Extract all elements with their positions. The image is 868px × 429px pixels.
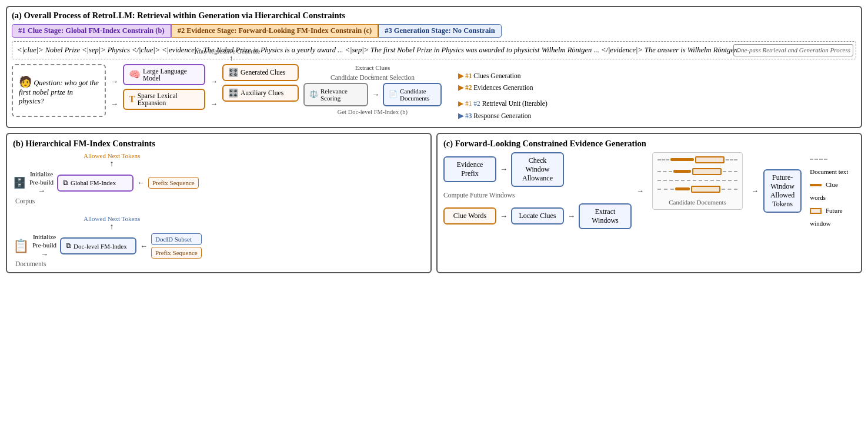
scoring-icon: ⚖️ bbox=[309, 90, 318, 99]
global-fm-group: Allowed Next Tokens ↑ 🗄️ Initialize Pre-… bbox=[13, 152, 199, 205]
main-diagram: ↑ Auto-regressive Generate 🧑 Question: w… bbox=[12, 64, 856, 122]
stage-evidence: #2 Evidence Stage: Forward-Looking FM-In… bbox=[171, 24, 379, 38]
cand-doc-area: Extract Clues → Candidate Document Selec… bbox=[303, 64, 442, 115]
T-icon: T bbox=[129, 94, 135, 105]
doc-fm-box: ⧉ Doc-level FM-Index bbox=[60, 237, 136, 254]
candidate-docs-label: Candidate Documents bbox=[400, 88, 436, 102]
arrow-to-cand: → bbox=[372, 90, 379, 99]
candidate-docs-box: 📄 Candidate Documents bbox=[383, 83, 442, 106]
allowed-next-tokens-label-global: Allowed Next Tokens bbox=[84, 152, 140, 159]
arrow-to-sparse: → bbox=[111, 99, 118, 109]
prefix-sequence-box-global: Prefix Sequence bbox=[148, 177, 199, 189]
main-container: (a) Overall Process of RetroLLM: Retriev… bbox=[6, 6, 862, 273]
orange-bar-2 bbox=[673, 170, 691, 173]
fl-left-col: Evidence Prefix → Check Window Allowance… bbox=[443, 152, 632, 229]
copy-icon-doc: ⧉ bbox=[66, 242, 71, 250]
stage-clue: #1 Clue Stage: Global FM-Index Constrain… bbox=[12, 24, 171, 38]
arrow-lc-ew: → bbox=[567, 212, 575, 221]
clue-words-label: Clue Words bbox=[453, 212, 486, 220]
doc-fm-group: Allowed Next Tokens ↑ 📋 Initialize Pre-b… bbox=[13, 215, 202, 267]
check-window-label: Check Window Allowance bbox=[522, 156, 553, 182]
init-prebuild-label: Initialize Pre-build → bbox=[29, 170, 54, 196]
extract-windows-label: Extract Windows bbox=[592, 207, 619, 224]
doc-line-2 bbox=[657, 168, 737, 175]
legend-dashed-icon bbox=[810, 159, 827, 160]
extract-windows-box: Extract Windows bbox=[579, 203, 632, 229]
up-arrow-doc: ↑ bbox=[110, 222, 114, 232]
orange-bar-1 bbox=[670, 158, 694, 161]
up-arrow-global: ↑ bbox=[110, 159, 114, 169]
fl-top-row: Evidence Prefix → Check Window Allowance bbox=[443, 152, 632, 187]
bottom-right-title: (c) Forward-Looking Constrained Evidence… bbox=[443, 139, 855, 149]
clues-column: 🎛️ Generated Clues 🎛️ Auxiliary Clues bbox=[222, 64, 299, 102]
brain-icon: 🧠 bbox=[129, 69, 141, 80]
doc-icon: 📄 bbox=[389, 90, 398, 99]
legend-doc-text: Document text bbox=[810, 152, 855, 178]
orange-box-4 bbox=[691, 186, 720, 193]
step3: ▶ #1 #2 Retrieval Unit (Iterable) bbox=[458, 98, 547, 110]
sliders-icon: 🎛️ bbox=[228, 68, 238, 78]
step2: ▶ #2 Evidences Generation bbox=[458, 82, 547, 94]
documents-label: Documents bbox=[15, 260, 46, 267]
allowed-next-tokens-label-doc: Allowed Next Tokens bbox=[84, 215, 140, 222]
top-section: (a) Overall Process of RetroLLM: Retriev… bbox=[6, 6, 862, 128]
relevance-scoring-box: ⚖️ Relevance Scoring bbox=[303, 83, 368, 106]
doc-line-4 bbox=[657, 186, 737, 193]
global-fm-box: ⧉ Global FM-Index bbox=[57, 175, 133, 192]
global-fm-row: 🗄️ Initialize Pre-build → ⧉ Global FM-In… bbox=[13, 170, 199, 196]
generation-text: <|clue|> Nobel Prize <|sep|> Physics </|… bbox=[17, 46, 740, 54]
corpus-label: Corpus bbox=[15, 197, 35, 205]
dashed-3 bbox=[657, 180, 737, 181]
legend-orange-box-icon bbox=[810, 208, 822, 214]
arrows-to-clues: → → bbox=[210, 77, 218, 109]
person-icon: 🧑 bbox=[19, 76, 32, 88]
arrow-ep-cw: → bbox=[500, 165, 508, 174]
future-window-box: Future-Window Allowed Tokens bbox=[763, 169, 802, 213]
global-fm-label: Global FM-Index bbox=[71, 179, 116, 186]
llm-box: 🧠 Large Language Model bbox=[123, 64, 205, 85]
auxiliary-clues-box: 🎛️ Auxiliary Clues bbox=[222, 85, 299, 102]
bottom-left-title: (b) Hierarchical FM-Index Constraints bbox=[13, 139, 425, 149]
prefix-docid-col: DocID Subset Prefix Sequence bbox=[151, 233, 202, 259]
bottom-row: (b) Hierarchical FM-Index Constraints Al… bbox=[6, 133, 862, 274]
arrows-to-models: → → bbox=[111, 77, 118, 109]
orange-box-1 bbox=[695, 156, 725, 163]
sliders2-icon: 🎛️ bbox=[228, 88, 238, 98]
evidence-prefix-label: Evidence Prefix bbox=[457, 160, 483, 177]
prefix-sequence-box-doc: Prefix Sequence bbox=[151, 247, 202, 259]
legend-doc-text-label: Document text bbox=[810, 168, 848, 175]
dashed-left-4 bbox=[657, 189, 674, 190]
llm-label: Large Language Model bbox=[143, 68, 199, 82]
arrow-to-aux-clues: → bbox=[210, 99, 218, 109]
legend-box: Document text Clue words Future window bbox=[810, 152, 855, 230]
fl-main-area: Evidence Prefix → Check Window Allowance… bbox=[443, 152, 855, 230]
future-window-label: Future-Window Allowed Tokens bbox=[770, 173, 794, 208]
doc-fm-row: 📋 Initialize Pre-build → ⧉ Doc-level FM-… bbox=[13, 233, 202, 259]
allowed-tokens-global-area: Allowed Next Tokens ↑ bbox=[84, 152, 140, 169]
dashed-2 bbox=[657, 171, 672, 172]
init-arrow: → bbox=[38, 186, 45, 195]
top-section-title: (a) Overall Process of RetroLLM: Retriev… bbox=[12, 11, 856, 21]
init-prebuild-doc-label: Initialize Pre-build → bbox=[32, 233, 56, 259]
dashed-left-1 bbox=[657, 159, 669, 160]
legend-orange-bar-icon bbox=[810, 184, 822, 186]
dashed-right-4 bbox=[722, 189, 738, 190]
doc-line-3 bbox=[657, 180, 737, 181]
cand-docs-viz-label: Candidate Documents bbox=[657, 199, 737, 206]
bottom-left-section: (b) Hierarchical FM-Index Constraints Al… bbox=[6, 133, 432, 274]
evidence-prefix-box: Evidence Prefix bbox=[443, 156, 496, 182]
stage-generation: #3 Generation Stage: No Constrain bbox=[378, 24, 502, 38]
fm-diagram: Allowed Next Tokens ↑ 🗄️ Initialize Pre-… bbox=[13, 152, 425, 268]
doc-visual: Candidate Documents bbox=[652, 152, 743, 210]
compute-fw-label: Compute Future Windows bbox=[443, 192, 632, 199]
step1: ▶ #1 Clues Generation bbox=[458, 70, 547, 82]
step4: ▶ #3 Response Generation bbox=[458, 110, 547, 122]
model-column: 🧠 Large Language Model T Sparse Lexical … bbox=[123, 64, 205, 110]
auxiliary-clues-label: Auxiliary Clues bbox=[241, 89, 283, 96]
arrow-to-fwt: → bbox=[751, 186, 759, 196]
generated-clues-label: Generated Clues bbox=[241, 69, 285, 76]
copy-icon-global: ⧉ bbox=[63, 179, 68, 187]
generation-text-box: <|clue|> Nobel Prize <|sep|> Physics </|… bbox=[12, 41, 856, 59]
steps-legend: ▶ #1 Clues Generation ▶ #2 Evidences Gen… bbox=[458, 70, 547, 122]
arrow-from-global: ← bbox=[137, 178, 145, 187]
